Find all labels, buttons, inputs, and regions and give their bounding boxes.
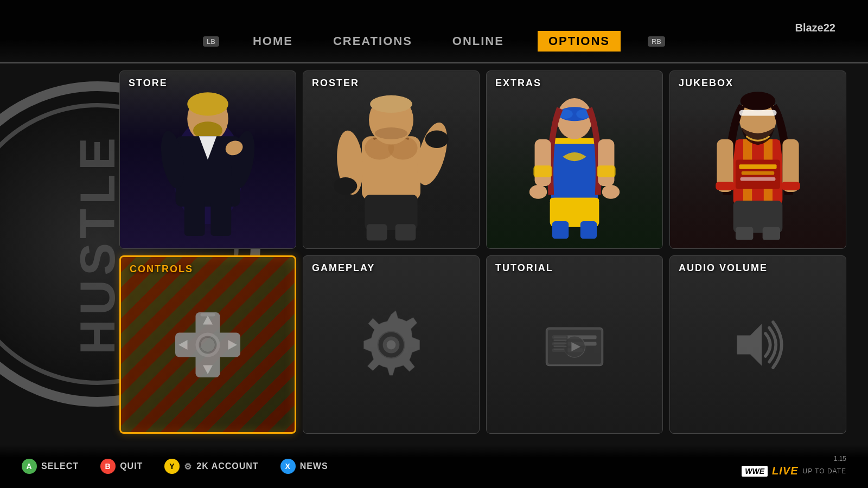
- username-display: Blaze22: [795, 22, 836, 34]
- live-label: LIVE: [772, 465, 798, 477]
- hustle-text: HUSTLE: [70, 133, 126, 355]
- svg-rect-80: [554, 339, 567, 341]
- x-button-label: X: [285, 462, 290, 471]
- roster-image: [303, 71, 479, 248]
- tutorial-icon-area: [487, 256, 662, 433]
- svg-point-16: [370, 95, 412, 113]
- jukebox-wrestler-figure: [670, 71, 846, 248]
- svg-rect-81: [554, 342, 567, 344]
- tab-online[interactable]: ONLINE: [446, 31, 510, 52]
- nav-tabs: LB HOME CREATIONS ONLINE OPTIONS RB: [0, 31, 868, 60]
- svg-point-62: [201, 337, 215, 352]
- tab-creations[interactable]: CREATIONS: [327, 31, 419, 52]
- jukebox-label: JUKEBOX: [679, 78, 733, 89]
- audio-volume-tile[interactable]: AUDIO VOLUME: [669, 255, 846, 434]
- speaker-icon: [720, 307, 796, 383]
- tab-options[interactable]: OPTIONS: [538, 31, 621, 52]
- svg-rect-53: [716, 182, 735, 190]
- controls-tile[interactable]: CONTROLS: [119, 255, 296, 434]
- jukebox-tile[interactable]: JUKEBOX: [669, 70, 846, 249]
- top-separator: [0, 62, 868, 63]
- svg-rect-50: [739, 110, 776, 116]
- svg-rect-10: [184, 201, 205, 236]
- y-button[interactable]: Y: [164, 459, 180, 474]
- svg-rect-67: [201, 313, 215, 316]
- store-label: STORE: [129, 78, 168, 89]
- store-image: [120, 71, 296, 248]
- roster-label: ROSTER: [312, 78, 359, 89]
- svg-rect-38: [580, 221, 597, 239]
- news-label: NEWS: [300, 461, 328, 471]
- version-number: 1.15: [834, 455, 846, 463]
- svg-rect-11: [210, 201, 231, 236]
- svg-rect-32: [535, 139, 551, 186]
- dpad-icon: [167, 304, 248, 386]
- store-tile[interactable]: STORE: [119, 70, 296, 249]
- gameplay-label: GAMEPLAY: [312, 262, 375, 274]
- account-label: 2K ACCOUNT: [196, 461, 258, 471]
- svg-rect-37: [552, 221, 569, 239]
- wwe-logo: WWE: [742, 466, 768, 477]
- svg-rect-35: [597, 165, 616, 177]
- roster-tile[interactable]: ROSTER: [303, 70, 480, 249]
- b-button[interactable]: B: [100, 459, 116, 474]
- svg-rect-47: [741, 177, 776, 181]
- extras-tile[interactable]: EXTRAS: [486, 70, 663, 249]
- svg-point-3: [187, 92, 228, 115]
- svg-point-70: [387, 340, 396, 349]
- roster-wrestler-figure: [303, 71, 479, 248]
- svg-point-39: [529, 185, 547, 199]
- gear-icon: [353, 307, 429, 383]
- b-button-label: B: [105, 462, 111, 471]
- svg-rect-25: [551, 139, 598, 204]
- a-button[interactable]: A: [22, 459, 37, 474]
- svg-rect-24: [395, 224, 416, 240]
- svg-point-22: [425, 131, 449, 148]
- svg-rect-54: [781, 182, 800, 190]
- action-quit[interactable]: B QUIT: [100, 459, 143, 474]
- extras-label: EXTRAS: [495, 78, 541, 89]
- tutorial-label: TUTORIAL: [495, 262, 553, 274]
- rb-button[interactable]: RB: [648, 36, 665, 47]
- select-label: SELECT: [41, 461, 79, 471]
- svg-rect-34: [533, 165, 552, 177]
- svg-marker-84: [737, 324, 762, 365]
- extras-wrestler-figure: [487, 71, 662, 248]
- svg-rect-83: [554, 349, 565, 350]
- store-wrestler-figure: [120, 71, 296, 248]
- a-button-label: A: [26, 462, 32, 471]
- audio-volume-icon-area: [670, 256, 846, 433]
- account-icon: ⚙: [184, 461, 192, 472]
- top-navigation: LB HOME CREATIONS ONLINE OPTIONS RB: [0, 0, 868, 65]
- main-grid: STORE: [119, 70, 846, 434]
- action-account[interactable]: Y ⚙ 2K ACCOUNT: [164, 459, 258, 474]
- lb-button[interactable]: LB: [203, 36, 219, 47]
- jukebox-image: [670, 71, 846, 248]
- wwe-live-branding: 1.15 WWE LIVE UP TO DATE: [742, 455, 846, 477]
- svg-point-40: [602, 185, 620, 199]
- svg-rect-79: [554, 336, 567, 338]
- gameplay-tile[interactable]: GAMEPLAY: [303, 255, 480, 434]
- controls-label: CONTROLS: [130, 264, 193, 275]
- wwe-logo-area: WWE LIVE UP TO DATE: [742, 465, 846, 477]
- audio-volume-label: AUDIO VOLUME: [679, 262, 768, 274]
- action-news[interactable]: X NEWS: [280, 459, 328, 474]
- svg-rect-82: [554, 345, 567, 347]
- svg-point-17: [375, 127, 407, 139]
- svg-point-49: [741, 92, 776, 111]
- quit-label: QUIT: [120, 461, 143, 471]
- svg-rect-46: [742, 171, 774, 175]
- tutorial-book-icon: [537, 307, 612, 383]
- y-button-label: Y: [169, 462, 175, 471]
- tutorial-tile[interactable]: TUTORIAL: [486, 255, 663, 434]
- svg-rect-23: [367, 224, 387, 240]
- svg-point-21: [334, 177, 357, 195]
- svg-rect-33: [598, 139, 614, 186]
- svg-rect-57: [763, 227, 780, 240]
- extras-image: [487, 71, 662, 248]
- tab-home[interactable]: HOME: [246, 31, 299, 52]
- up-to-date-label: UP TO DATE: [803, 467, 846, 475]
- x-button[interactable]: X: [280, 459, 296, 474]
- action-select[interactable]: A SELECT: [22, 459, 79, 474]
- gameplay-icon-area: [303, 256, 479, 433]
